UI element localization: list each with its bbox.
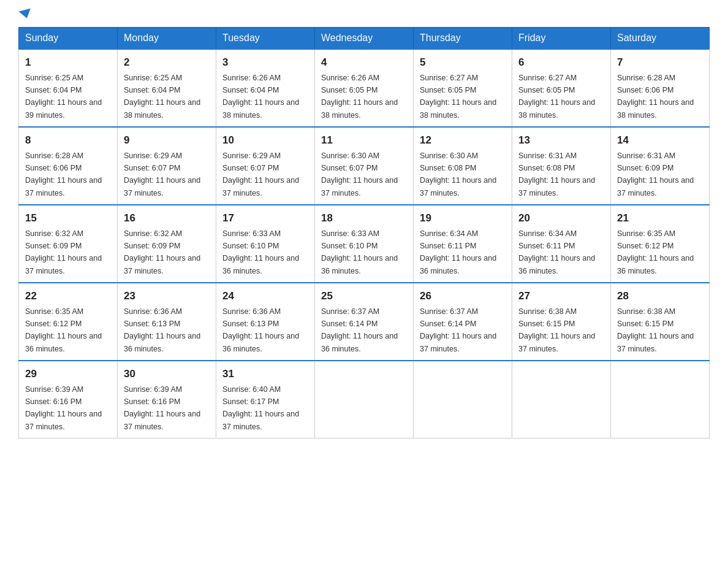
day-info: Sunrise: 6:25 AMSunset: 6:04 PMDaylight:… <box>124 74 200 120</box>
day-info: Sunrise: 6:30 AMSunset: 6:08 PMDaylight:… <box>420 151 496 197</box>
day-info: Sunrise: 6:28 AMSunset: 6:06 PMDaylight:… <box>25 151 102 197</box>
calendar-cell: 20Sunrise: 6:34 AMSunset: 6:11 PMDayligh… <box>512 205 611 283</box>
calendar-cell: 30Sunrise: 6:39 AMSunset: 6:16 PMDayligh… <box>118 361 216 439</box>
day-number: 23 <box>124 288 210 304</box>
day-number: 3 <box>222 55 308 71</box>
calendar-cell: 10Sunrise: 6:29 AMSunset: 6:07 PMDayligh… <box>216 127 315 205</box>
day-number: 10 <box>222 132 308 148</box>
day-info: Sunrise: 6:37 AMSunset: 6:14 PMDaylight:… <box>321 307 398 353</box>
logo-triangle-icon <box>19 9 33 20</box>
calendar-cell: 27Sunrise: 6:38 AMSunset: 6:15 PMDayligh… <box>512 283 611 361</box>
day-info: Sunrise: 6:35 AMSunset: 6:12 PMDaylight:… <box>617 229 694 275</box>
calendar-cell: 31Sunrise: 6:40 AMSunset: 6:17 PMDayligh… <box>216 361 315 439</box>
calendar-cell: 7Sunrise: 6:28 AMSunset: 6:06 PMDaylight… <box>611 49 710 127</box>
calendar-cell: 19Sunrise: 6:34 AMSunset: 6:11 PMDayligh… <box>414 205 512 283</box>
day-number: 5 <box>420 55 506 71</box>
day-info: Sunrise: 6:34 AMSunset: 6:11 PMDaylight:… <box>420 229 496 275</box>
day-number: 1 <box>25 55 111 71</box>
day-info: Sunrise: 6:27 AMSunset: 6:05 PMDaylight:… <box>420 74 496 120</box>
calendar-cell: 4Sunrise: 6:26 AMSunset: 6:05 PMDaylight… <box>315 49 414 127</box>
weekday-header-wednesday: Wednesday <box>315 28 414 50</box>
day-info: Sunrise: 6:26 AMSunset: 6:05 PMDaylight:… <box>321 74 398 120</box>
day-number: 7 <box>617 55 703 71</box>
day-info: Sunrise: 6:32 AMSunset: 6:09 PMDaylight:… <box>25 229 102 275</box>
day-number: 17 <box>222 210 308 226</box>
day-number: 28 <box>617 288 703 304</box>
calendar-cell: 26Sunrise: 6:37 AMSunset: 6:14 PMDayligh… <box>414 283 512 361</box>
page-header <box>18 12 710 21</box>
calendar-cell: 16Sunrise: 6:32 AMSunset: 6:09 PMDayligh… <box>118 205 216 283</box>
calendar-cell: 3Sunrise: 6:26 AMSunset: 6:04 PMDaylight… <box>216 49 315 127</box>
calendar-cell: 22Sunrise: 6:35 AMSunset: 6:12 PMDayligh… <box>19 283 118 361</box>
calendar-cell: 5Sunrise: 6:27 AMSunset: 6:05 PMDaylight… <box>414 49 512 127</box>
weekday-header-monday: Monday <box>118 28 216 50</box>
calendar-cell <box>414 361 512 439</box>
day-info: Sunrise: 6:39 AMSunset: 6:16 PMDaylight:… <box>25 385 102 431</box>
calendar-cell: 21Sunrise: 6:35 AMSunset: 6:12 PMDayligh… <box>611 205 710 283</box>
calendar-cell: 9Sunrise: 6:29 AMSunset: 6:07 PMDaylight… <box>118 127 216 205</box>
weekday-header-tuesday: Tuesday <box>216 28 315 50</box>
calendar-cell: 15Sunrise: 6:32 AMSunset: 6:09 PMDayligh… <box>19 205 118 283</box>
day-info: Sunrise: 6:28 AMSunset: 6:06 PMDaylight:… <box>617 74 694 120</box>
day-number: 19 <box>420 210 506 226</box>
day-number: 21 <box>617 210 703 226</box>
day-number: 22 <box>25 288 111 304</box>
logo <box>18 12 32 21</box>
day-info: Sunrise: 6:32 AMSunset: 6:09 PMDaylight:… <box>124 229 200 275</box>
calendar-cell: 23Sunrise: 6:36 AMSunset: 6:13 PMDayligh… <box>118 283 216 361</box>
calendar-cell: 2Sunrise: 6:25 AMSunset: 6:04 PMDaylight… <box>118 49 216 127</box>
calendar-table: SundayMondayTuesdayWednesdayThursdayFrid… <box>18 27 710 439</box>
week-row-4: 22Sunrise: 6:35 AMSunset: 6:12 PMDayligh… <box>19 283 710 361</box>
calendar-cell: 12Sunrise: 6:30 AMSunset: 6:08 PMDayligh… <box>414 127 512 205</box>
day-number: 16 <box>124 210 210 226</box>
day-info: Sunrise: 6:25 AMSunset: 6:04 PMDaylight:… <box>25 74 102 120</box>
calendar-cell: 25Sunrise: 6:37 AMSunset: 6:14 PMDayligh… <box>315 283 414 361</box>
day-number: 11 <box>321 132 407 148</box>
day-info: Sunrise: 6:38 AMSunset: 6:15 PMDaylight:… <box>518 307 595 353</box>
calendar-cell: 28Sunrise: 6:38 AMSunset: 6:15 PMDayligh… <box>611 283 710 361</box>
day-number: 14 <box>617 132 703 148</box>
day-number: 20 <box>518 210 604 226</box>
week-row-5: 29Sunrise: 6:39 AMSunset: 6:16 PMDayligh… <box>19 361 710 439</box>
week-row-3: 15Sunrise: 6:32 AMSunset: 6:09 PMDayligh… <box>19 205 710 283</box>
calendar-cell: 11Sunrise: 6:30 AMSunset: 6:07 PMDayligh… <box>315 127 414 205</box>
day-number: 15 <box>25 210 111 226</box>
day-number: 8 <box>25 132 111 148</box>
day-number: 27 <box>518 288 604 304</box>
day-number: 9 <box>124 132 210 148</box>
calendar-cell <box>611 361 710 439</box>
day-info: Sunrise: 6:31 AMSunset: 6:08 PMDaylight:… <box>518 151 595 197</box>
day-number: 25 <box>321 288 407 304</box>
calendar-cell: 13Sunrise: 6:31 AMSunset: 6:08 PMDayligh… <box>512 127 611 205</box>
day-number: 29 <box>25 366 111 382</box>
day-info: Sunrise: 6:39 AMSunset: 6:16 PMDaylight:… <box>124 385 200 431</box>
weekday-header-saturday: Saturday <box>611 28 710 50</box>
day-info: Sunrise: 6:27 AMSunset: 6:05 PMDaylight:… <box>518 74 595 120</box>
day-number: 12 <box>420 132 506 148</box>
calendar-cell: 1Sunrise: 6:25 AMSunset: 6:04 PMDaylight… <box>19 49 118 127</box>
day-number: 6 <box>518 55 604 71</box>
day-info: Sunrise: 6:40 AMSunset: 6:17 PMDaylight:… <box>222 385 299 431</box>
day-info: Sunrise: 6:33 AMSunset: 6:10 PMDaylight:… <box>321 229 398 275</box>
day-info: Sunrise: 6:34 AMSunset: 6:11 PMDaylight:… <box>518 229 595 275</box>
day-info: Sunrise: 6:37 AMSunset: 6:14 PMDaylight:… <box>420 307 496 353</box>
day-number: 31 <box>222 366 308 382</box>
calendar-cell: 18Sunrise: 6:33 AMSunset: 6:10 PMDayligh… <box>315 205 414 283</box>
day-info: Sunrise: 6:26 AMSunset: 6:04 PMDaylight:… <box>222 74 299 120</box>
day-number: 24 <box>222 288 308 304</box>
calendar-cell: 6Sunrise: 6:27 AMSunset: 6:05 PMDaylight… <box>512 49 611 127</box>
day-info: Sunrise: 6:36 AMSunset: 6:13 PMDaylight:… <box>124 307 200 353</box>
day-info: Sunrise: 6:31 AMSunset: 6:09 PMDaylight:… <box>617 151 694 197</box>
week-row-2: 8Sunrise: 6:28 AMSunset: 6:06 PMDaylight… <box>19 127 710 205</box>
calendar-cell: 29Sunrise: 6:39 AMSunset: 6:16 PMDayligh… <box>19 361 118 439</box>
day-info: Sunrise: 6:36 AMSunset: 6:13 PMDaylight:… <box>222 307 299 353</box>
day-info: Sunrise: 6:38 AMSunset: 6:15 PMDaylight:… <box>617 307 694 353</box>
calendar-cell: 8Sunrise: 6:28 AMSunset: 6:06 PMDaylight… <box>19 127 118 205</box>
day-info: Sunrise: 6:29 AMSunset: 6:07 PMDaylight:… <box>124 151 200 197</box>
day-info: Sunrise: 6:30 AMSunset: 6:07 PMDaylight:… <box>321 151 398 197</box>
calendar-cell: 17Sunrise: 6:33 AMSunset: 6:10 PMDayligh… <box>216 205 315 283</box>
calendar-cell: 14Sunrise: 6:31 AMSunset: 6:09 PMDayligh… <box>611 127 710 205</box>
calendar-cell: 24Sunrise: 6:36 AMSunset: 6:13 PMDayligh… <box>216 283 315 361</box>
day-info: Sunrise: 6:35 AMSunset: 6:12 PMDaylight:… <box>25 307 102 353</box>
weekday-header-thursday: Thursday <box>414 28 512 50</box>
